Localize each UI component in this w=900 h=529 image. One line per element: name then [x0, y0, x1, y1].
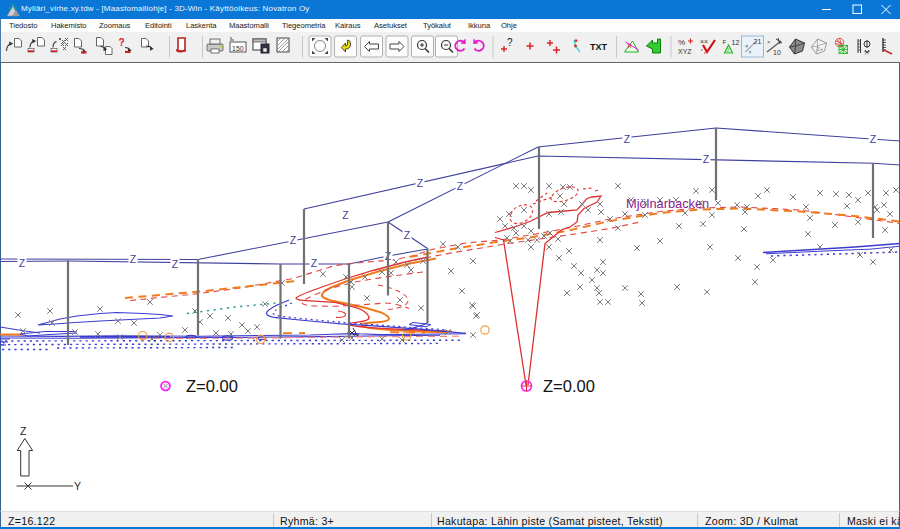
svg-text:Z: Z — [130, 253, 137, 265]
svg-text:Z: Z — [870, 133, 877, 145]
svg-text:Z=0.00: Z=0.00 — [543, 377, 595, 395]
svg-text:Z: Z — [20, 425, 27, 437]
svg-text:Z: Z — [703, 153, 710, 165]
svg-text:Z=0.00: Z=0.00 — [186, 377, 238, 395]
svg-text:Z: Z — [417, 177, 424, 189]
svg-text:Z: Z — [172, 258, 179, 270]
svg-text:Z: Z — [290, 234, 297, 246]
svg-text:Y: Y — [74, 480, 81, 492]
svg-text:Z: Z — [342, 209, 349, 221]
svg-text:Mjölnarbacken: Mjölnarbacken — [626, 196, 709, 211]
svg-text:Z: Z — [404, 229, 411, 241]
svg-text:Z: Z — [311, 257, 318, 269]
svg-text:Z: Z — [19, 257, 26, 269]
svg-text:Z: Z — [457, 180, 464, 192]
svg-text:Z: Z — [624, 133, 631, 145]
